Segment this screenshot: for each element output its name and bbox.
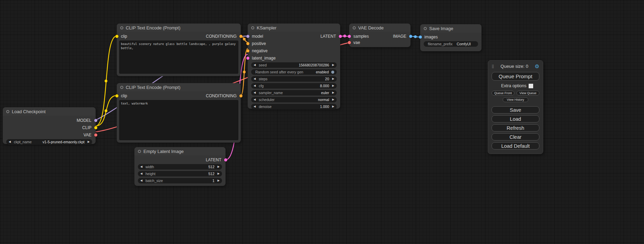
node-title-bar[interactable]: KSampler [248,24,340,32]
node-graph-canvas[interactable]: Load Checkpoint MODEL CLIP VAE ◀ ckpt_na… [0,0,644,244]
positive-input-slot[interactable] [246,42,249,45]
model-output-slot[interactable] [94,119,97,122]
increment-arrow-icon[interactable]: ▶ [216,165,220,168]
output-label: VAE [83,133,91,137]
slot-row: samples IMAGE [349,33,411,39]
queue-front-button[interactable]: Queue Front [492,91,514,96]
slot-row: positive [248,40,340,46]
node-save-image[interactable]: Save Image images filename_prefix ComfyU… [420,24,482,51]
drag-handle-icon[interactable]: ⣿ [492,64,494,68]
slot-row: negative [248,48,340,54]
vae-output-slot[interactable] [94,133,97,136]
height-widget[interactable]: ◀ height 512 ▶ [138,171,222,177]
load-button[interactable]: Load [492,115,539,123]
save-button[interactable]: Save [492,106,539,114]
random-seed-toggle-widget[interactable]: Random seed after every gen enabled [251,69,337,75]
widget-value: 156680208700286 [299,63,329,67]
settings-gear-icon[interactable]: ⚙ [535,64,539,69]
output-label: CONDITIONING [206,34,237,39]
extra-options-row: Extra options [492,83,539,88]
ckpt-name-widget[interactable]: ◀ ckpt_name v1-5-pruned-emaonly.ckpt ▶ [6,139,92,145]
node-title-bar[interactable]: Load Checkpoint [3,107,96,116]
denoise-widget[interactable]: ◀ denoise 1.000 ▶ [251,104,337,109]
latent-output-slot[interactable] [224,158,227,161]
samples-input-slot[interactable] [348,35,351,38]
images-input-slot[interactable] [419,35,422,38]
node-title-bar[interactable]: VAE Decode [349,24,411,32]
increment-arrow-icon[interactable]: ▶ [331,91,334,94]
batch-size-widget[interactable]: ◀ batch_size 1 ▶ [138,178,222,183]
widget-name: ckpt_name [14,140,32,144]
vae-input-slot[interactable] [348,41,351,44]
collapse-icon[interactable] [424,27,427,30]
increment-arrow-icon[interactable]: ▶ [86,141,90,143]
clip-output-slot[interactable] [94,126,97,129]
negative-input-slot[interactable] [246,49,249,52]
scheduler-widget[interactable]: ◀ scheduler normal ▶ [251,97,337,102]
clear-button[interactable]: Clear [492,133,539,141]
decrement-arrow-icon[interactable]: ◀ [254,78,257,80]
node-empty-latent-image[interactable]: Empty Latent Image LATENT ◀ width 512 ▶ … [134,147,226,186]
node-title-bar[interactable]: Save Image [420,24,482,33]
seed-widget[interactable]: ◀ seed 156680208700286 ▶ [251,62,337,68]
extra-options-checkbox[interactable] [529,84,533,88]
decrement-arrow-icon[interactable]: ◀ [254,98,257,101]
clip-input-slot[interactable] [115,35,118,38]
increment-arrow-icon[interactable]: ▶ [216,179,220,182]
decrement-arrow-icon[interactable]: ◀ [9,141,12,143]
node-clip-text-encode-positive[interactable]: CLIP Text Encode (Prompt) clip CONDITION… [117,24,241,76]
conditioning-output-slot[interactable] [239,94,242,97]
increment-arrow-icon[interactable]: ▶ [331,84,334,87]
decrement-arrow-icon[interactable]: ◀ [140,179,144,182]
node-load-checkpoint[interactable]: Load Checkpoint MODEL CLIP VAE ◀ ckpt_na… [3,107,96,144]
latent-image-input-slot[interactable] [246,56,249,60]
increment-arrow-icon[interactable]: ▶ [216,172,220,175]
increment-arrow-icon[interactable]: ▶ [331,64,334,66]
increment-arrow-icon[interactable]: ▶ [331,105,334,108]
decrement-arrow-icon[interactable]: ◀ [140,165,144,168]
widget-value: euler [321,91,329,95]
node-title-bar[interactable]: Empty Latent Image [134,147,226,155]
decrement-arrow-icon[interactable]: ◀ [140,172,144,175]
steps-widget[interactable]: ◀ steps 20 ▶ [251,76,337,82]
prompt-textarea[interactable]: text, watermark [119,100,238,140]
model-input-slot[interactable] [246,35,249,38]
cfg-widget[interactable]: ◀ cfg 8.000 ▶ [251,83,337,89]
queue-prompt-button[interactable]: Queue Prompt [492,72,539,81]
queue-size-label: Queue size: 0 [494,64,535,69]
node-ksampler[interactable]: KSampler model LATENT positive negative … [248,24,340,109]
image-output-slot[interactable] [409,35,412,38]
increment-arrow-icon[interactable]: ▶ [331,98,334,101]
width-widget[interactable]: ◀ width 512 ▶ [138,164,222,170]
sampler-name-widget[interactable]: ◀ sampler_name euler ▶ [251,90,337,96]
view-history-button[interactable]: View History [503,97,528,102]
node-title-bar[interactable]: CLIP Text Encode (Prompt) [117,24,241,32]
node-clip-text-encode-negative[interactable]: CLIP Text Encode (Prompt) clip CONDITION… [117,83,241,143]
node-vae-decode[interactable]: VAE Decode samples IMAGE vae [349,24,411,47]
increment-arrow-icon[interactable]: ▶ [331,78,334,80]
collapse-icon[interactable] [120,86,123,89]
widget-value: 512 [208,165,214,169]
load-default-button[interactable]: Load Default [492,142,539,150]
collapse-icon[interactable] [138,150,141,153]
input-label: images [424,35,438,39]
collapse-icon[interactable] [120,26,123,29]
collapse-icon[interactable] [251,26,254,29]
toggle-indicator-icon[interactable] [331,71,334,74]
decrement-arrow-icon[interactable]: ◀ [254,64,257,66]
collapse-icon[interactable] [6,110,9,113]
latent-output-slot[interactable] [339,35,342,38]
view-queue-button[interactable]: View Queue [517,91,539,96]
prompt-textarea[interactable]: beautiful scenery nature glass bottle la… [119,40,238,74]
collapse-icon[interactable] [353,26,356,29]
node-title-bar[interactable]: CLIP Text Encode (Prompt) [117,83,241,91]
node-title: KSampler [257,25,276,30]
filename-prefix-widget[interactable]: filename_prefix ComfyUI [424,41,478,47]
decrement-arrow-icon[interactable]: ◀ [254,84,257,87]
clip-input-slot[interactable] [115,94,118,97]
refresh-button[interactable]: Refresh [492,124,539,132]
conditioning-output-slot[interactable] [239,35,242,38]
decrement-arrow-icon[interactable]: ◀ [254,91,257,94]
decrement-arrow-icon[interactable]: ◀ [254,105,257,108]
widget-name: Random seed after every gen [255,70,303,74]
